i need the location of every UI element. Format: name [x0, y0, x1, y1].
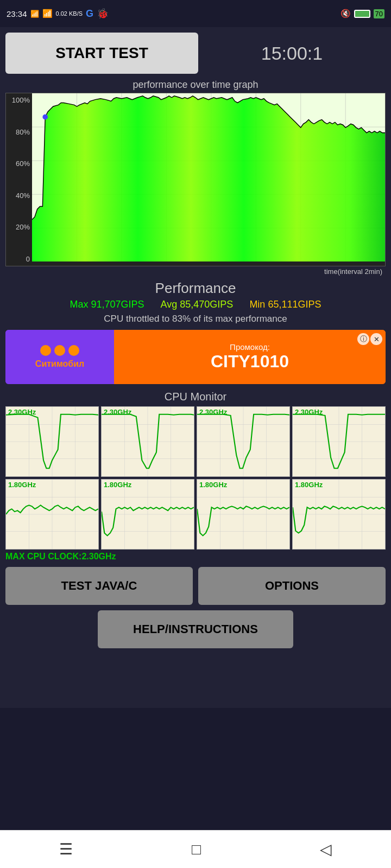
timer-display: 15:00:1 — [198, 43, 386, 64]
stat-max: Max 91,707GIPS — [70, 299, 144, 310]
google-icon: G — [86, 8, 93, 20]
cpu-bottom-freq-4: 1.80GHz — [295, 481, 323, 489]
ad-company: Ситимобил — [35, 359, 84, 369]
svg-point-13 — [42, 114, 48, 120]
performance-title: Performance — [5, 280, 386, 297]
mute-icon: 🔇 — [340, 9, 351, 18]
ad-right: Промокод: CITY1010 — [114, 330, 386, 384]
status-time: 23:34 — [7, 9, 27, 18]
cpu-cell-2-bottom: 1.80GHz — [101, 479, 194, 550]
cpu-bottom-freq-1: 1.80GHz — [8, 481, 36, 489]
y-label-100: 100% — [6, 96, 32, 104]
top-row: START TEST 15:00:1 — [5, 33, 386, 74]
ad-dot-1 — [40, 345, 51, 356]
ad-left: Ситимобил — [5, 330, 114, 384]
cpu-monitor-section: CPU Monitor 2.30GHz 2 — [5, 391, 386, 561]
throttle-text: CPU throttled to 83% of its max performa… — [5, 314, 386, 324]
ad-info-button[interactable]: ⓘ — [357, 333, 369, 345]
nav-bar: ☰ □ ◁ — [0, 830, 391, 868]
bottom-buttons: TEST JAVA/C OPTIONS — [5, 567, 386, 605]
ad-dots — [40, 345, 79, 356]
cpu-freq-1: 2.30GHz — [8, 408, 36, 416]
wifi-icon: 📶 — [42, 9, 53, 18]
cpu-freq-2: 2.30GHz — [104, 408, 131, 416]
cpu-freq-4: 2.30GHz — [295, 408, 323, 416]
test-java-c-button[interactable]: TEST JAVA/C — [5, 567, 193, 605]
performance-graph-svg — [32, 93, 385, 261]
battery-icon — [354, 9, 370, 18]
status-bar: 23:34 📶 📶 0.02 KB/S G 🐞 🔇 70 — [0, 0, 391, 27]
cpu-freq-3: 2.30GHz — [199, 408, 227, 416]
graph-y-labels: 100% 80% 60% 40% 20% 0 — [6, 93, 32, 266]
y-label-80: 80% — [6, 128, 32, 136]
cpu-bottom-freq-3: 1.80GHz — [199, 481, 227, 489]
y-label-40: 40% — [6, 192, 32, 200]
nav-menu-icon[interactable]: ☰ — [59, 840, 73, 858]
cpu-cell-1-bottom: 1.80GHz — [5, 479, 99, 550]
perf-stats: Max 91,707GIPS Avg 85,470GIPS Min 65,111… — [5, 299, 386, 310]
ad-promo-label: Промокод: — [230, 342, 270, 352]
graph-x-label: time(interval 2min) — [5, 267, 386, 276]
ad-promo-code: CITY1010 — [211, 352, 289, 372]
status-left: 23:34 📶 📶 0.02 KB/S G 🐞 — [7, 8, 109, 20]
network-speed: 0.02 KB/S — [56, 10, 83, 17]
graph-wrapper: 100% 80% 60% 40% 20% 0 — [5, 93, 386, 266]
app-icon: 🐞 — [97, 8, 109, 20]
options-button[interactable]: OPTIONS — [198, 567, 386, 605]
y-label-20: 20% — [6, 223, 32, 231]
help-instructions-button[interactable]: HELP/INSTRUCTIONS — [98, 610, 293, 648]
start-test-button[interactable]: START TEST — [5, 33, 198, 74]
graph-title: performance over time graph — [5, 79, 386, 91]
cpu-cell-1-top: 2.30GHz — [5, 406, 99, 477]
cpu-top-grid: 2.30GHz 2.30GHz — [5, 406, 386, 477]
nav-home-icon[interactable]: □ — [192, 841, 201, 858]
cpu-cell-4-bottom: 1.80GHz — [292, 479, 386, 550]
cpu-monitor-title: CPU Monitor — [5, 391, 386, 403]
status-right: 🔇 70 — [340, 9, 384, 18]
ad-banner[interactable]: Ситимобил Промокод: CITY1010 ⓘ ✕ — [5, 330, 386, 384]
y-label-60: 60% — [6, 159, 32, 168]
cpu-bottom-grid: 1.80GHz 1.80GHz — [5, 479, 386, 550]
stat-min: Min 65,111GIPS — [249, 299, 321, 310]
cpu-bottom-freq-2: 1.80GHz — [104, 481, 131, 489]
performance-graph-container: performance over time graph 100% 80% 60%… — [5, 79, 386, 276]
stat-avg: Avg 85,470GIPS — [161, 299, 234, 310]
signal-icon: 📶 — [30, 10, 39, 18]
battery-percent: 70 — [374, 9, 384, 18]
cpu-cell-3-bottom: 1.80GHz — [197, 479, 290, 550]
ad-dot-3 — [68, 345, 79, 356]
cpu-cell-2-top: 2.30GHz — [101, 406, 194, 477]
performance-section: Performance Max 91,707GIPS Avg 85,470GIP… — [5, 280, 386, 324]
nav-back-icon[interactable]: ◁ — [320, 840, 332, 858]
cpu-cell-4-top: 2.30GHz — [292, 406, 386, 477]
ad-close-button[interactable]: ✕ — [370, 333, 382, 345]
cpu-cell-3-top: 2.30GHz — [197, 406, 290, 477]
main-content: START TEST 15:00:1 performance over time… — [0, 27, 391, 708]
cpu-max-clock: MAX CPU CLOCK:2.30GHz — [5, 552, 386, 561]
y-label-0: 0 — [6, 255, 32, 263]
ad-dot-2 — [54, 345, 65, 356]
